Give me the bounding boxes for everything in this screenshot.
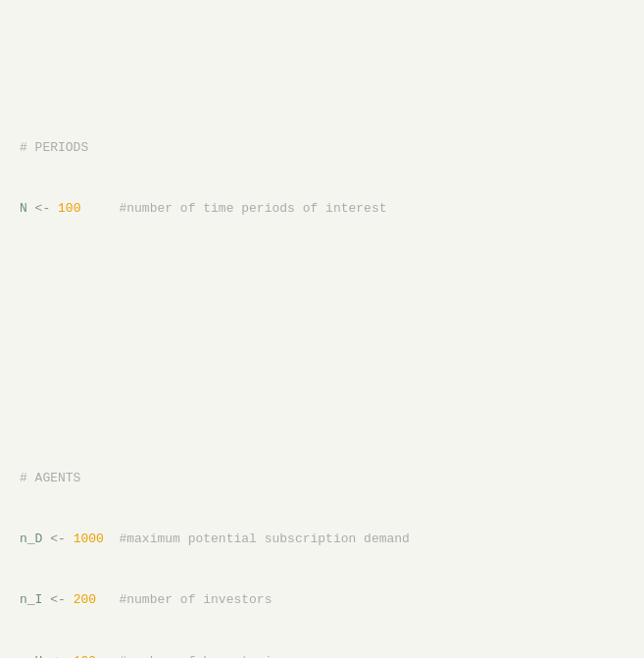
line-N: N <- 100 #number of time periods of inte…	[20, 199, 624, 220]
line-nD: n_D <- 1000 #maximum potential subscript…	[20, 530, 624, 550]
section-agents: # AGENTS n_D <- 1000 #maximum potential …	[20, 428, 624, 658]
section-periods: # PERIODS N <- 100 #number of time perio…	[20, 97, 624, 260]
code-block: # PERIODS N <- 100 #number of time perio…	[20, 16, 624, 658]
line-nI: n_I <- 200 #number of investors	[20, 590, 624, 611]
code-container: # PERIODS N <- 100 #number of time perio…	[0, 0, 644, 658]
comment-periods: # PERIODS	[20, 138, 624, 159]
line-nH: n_H <- 100 #number of honest miners	[20, 652, 624, 658]
comment-agents: # AGENTS	[20, 469, 624, 489]
blank-1	[20, 326, 624, 346]
